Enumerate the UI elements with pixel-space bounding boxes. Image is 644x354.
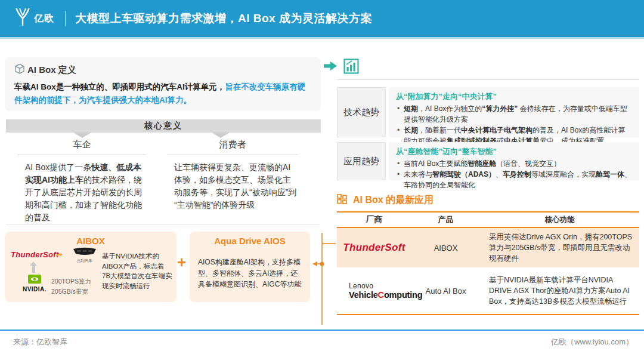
header-vendor: 厂商 (337, 214, 411, 225)
table-row-lenovo: Lenovo VehicleComputing Auto AI Box 基于NV… (337, 267, 639, 315)
table-header-row: 厂商 产品 核心功能 (337, 211, 639, 228)
core-meaning-header: 核心意义 (6, 119, 321, 133)
app-trend-content: 从“座舱智能”迈向“整车智能” 当前AI Box主要赋能智能座舱（语音、视觉交互… (389, 142, 639, 180)
definition-card: AI Box 定义 车载AI Box是一种独立的、即插即用式的汽车AI计算单元，… (5, 57, 321, 111)
app-trend-row: 应用趋势 从“座舱智能”迈向“整车智能” 当前AI Box主要赋能智能座舱（语音… (337, 142, 639, 180)
oem-paragraph: AI Box提供了一条快速、低成本实现AI功能上车的技术路径，绕开了从底层芯片开… (25, 161, 144, 224)
features-cell: 采用英伟达Drive AGX Orin，拥有200TOPS算力与205GB/s带… (480, 229, 639, 266)
applications-title: AI Box 的最新应用 (353, 194, 434, 207)
geely-auto-logo: 吉利汽车 (69, 247, 100, 263)
column-rule (18, 155, 146, 155)
arrow-right-icon (324, 61, 337, 73)
app-trend-heading: 从“座舱智能”迈向“整车智能” (396, 146, 632, 157)
thundersoft-logo: ThunderSoft (343, 242, 405, 254)
tech-trend-bullet: 短期，AI Box作为独立的“算力外挂” 会持续存在，为存量或中低端车型提供智能… (396, 103, 632, 125)
app-trend-bullet: 当前AI Box主要赋能智能座舱（语音、视觉交互） (396, 158, 632, 169)
header-product: 产品 (411, 214, 480, 225)
nvidia-logo: NVIDIA. (20, 275, 49, 293)
applications-header: AI Box 的最新应用 (337, 194, 434, 207)
plus-icon: + (177, 253, 186, 272)
column-label-consumer: 消费者 (167, 139, 298, 150)
aibox-specs: 200TOPS算力 205GB/s带宽 (51, 276, 91, 297)
table-row-thundersoft: ThunderSoft AIBOX 采用英伟达Drive AGX Orin，拥有… (337, 228, 639, 267)
down-triangle-icon (212, 133, 230, 138)
slide: 亿欧 大模型上车驱动算力需求激增，AI Box 成为灵活解决方案 AI Box … (0, 0, 644, 354)
lenovo-logo-line1: Lenovo (349, 282, 373, 290)
definition-title: AI Box 定义 (27, 64, 76, 76)
consumer-paragraph: 让车辆获得更复杂、更流畅的AI体验，如多模态交互、场景化主动服务等，实现了从“被… (174, 161, 297, 211)
eo-logo-icon (14, 8, 31, 29)
page-title: 大模型上车驱动算力需求激增，AI Box 成为灵活解决方案 (75, 11, 372, 26)
site-credit: 亿欧（www.iyiou.com） (551, 337, 633, 347)
header-features: 核心功能 (480, 214, 639, 225)
brand-logo: 亿欧 (14, 8, 54, 29)
down-triangle-icon (73, 133, 91, 138)
header-divider (65, 11, 66, 26)
features-cell: 基于NVIDIA最新车载计算平台NVIDIA DRIVE AGX Thor的座舱… (480, 272, 639, 309)
right-section-rule (337, 79, 639, 80)
nvidia-logo-text: NVIDIA. (20, 286, 49, 293)
section-divider (6, 224, 320, 225)
aios-card-title: Aqua Drive AIOS (190, 236, 310, 246)
bar-chart-icon (343, 59, 359, 76)
grid-icon (337, 194, 347, 207)
header-bar: 亿欧 大模型上车驱动算力需求激增，AI Box 成为灵活解决方案 (0, 0, 644, 37)
aios-description: AIOS构建座舱AI架构，支持多模型、多智能体、多云AI选择，还具备模糊意图识别… (198, 257, 303, 290)
arrow-right-icon: ➡ (57, 250, 63, 258)
product-cell: AIBOX (411, 244, 480, 253)
column-label-oem: 车企 (18, 139, 146, 150)
header-accent-strip (0, 37, 644, 39)
tech-trend-content: 从“附加算力”走向“中央计算” 短期，AI Box作为独立的“算力外挂” 会持续… (389, 87, 639, 137)
spec-bandwidth: 205GB/s带宽 (51, 287, 91, 297)
tech-trend-heading: 从“附加算力”走向“中央计算” (396, 91, 632, 102)
column-rule (167, 155, 298, 155)
tech-trend-label: 技术趋势 (337, 87, 386, 137)
aibox-description: 基于NVIDIA技术的AIBOX产品，标志着7B大模型首次在车端实现实时流畅运行 (102, 251, 172, 291)
app-trend-label: 应用趋势 (337, 142, 386, 180)
footer-rule (0, 330, 644, 331)
spec-tops: 200TOPS算力 (51, 276, 91, 287)
arrow-up-icon (30, 261, 37, 273)
source-credit: 来源：亿欧智库 (13, 337, 67, 347)
applications-table: 厂商 产品 核心功能 ThunderSoft AIBOX 采用英伟达Drive … (337, 211, 639, 315)
aibox-showcase-card: AIBOX ThunderSoft ➡ 吉利汽车 基于NVIDIA技术的AIBO… (5, 232, 177, 302)
aibox-card-title: AIBOX (5, 236, 177, 246)
app-trend-bullet: 未来将与智能驾驶（ADAS）、车身控制等域深度融合，实现舱驾一体、车路协同的全局… (396, 169, 632, 190)
box-cube-icon (14, 63, 25, 77)
definition-text: 车载AI Box是一种独立的、即插即用式的汽车AI计算单元，旨在不改变车辆原有硬… (14, 81, 311, 106)
brand-logo-text: 亿欧 (34, 13, 54, 25)
product-cell: Auto AI Box (411, 287, 480, 295)
tech-trend-row: 技术趋势 从“附加算力”走向“中央计算” 短期，AI Box作为独立的“算力外挂… (337, 87, 639, 137)
thundersoft-logo: ThunderSoft (11, 250, 59, 259)
lenovo-logo: Lenovo VehicleComputing (337, 282, 411, 300)
geely-auto-label: 吉利汽车 (69, 258, 100, 263)
